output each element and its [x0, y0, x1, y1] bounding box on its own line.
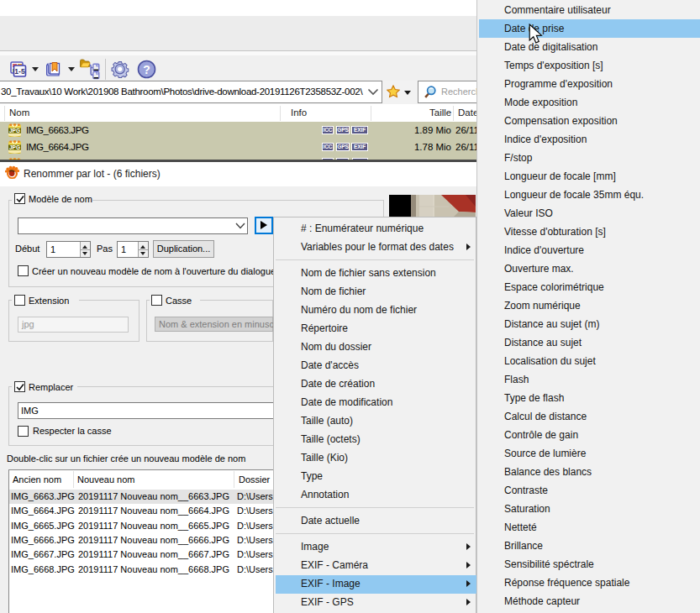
svg-text:JPG: JPG — [9, 144, 20, 150]
svg-text:JPG: JPG — [9, 128, 20, 134]
svg-text:1-5: 1-5 — [14, 67, 25, 76]
svg-text:?: ? — [143, 63, 150, 76]
